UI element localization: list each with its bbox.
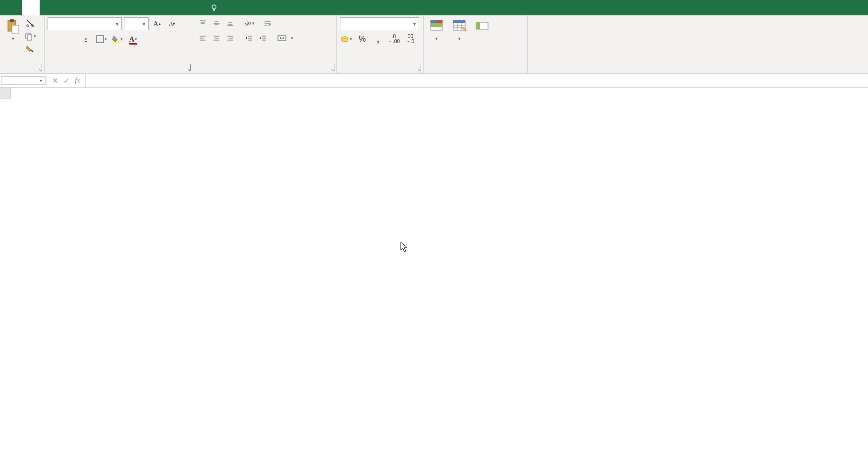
wrap-icon <box>264 19 272 27</box>
number-launcher[interactable] <box>414 64 421 71</box>
italic-button[interactable] <box>63 33 76 45</box>
copy-icon <box>24 32 33 41</box>
svg-rect-15 <box>431 20 436 23</box>
lightbulb-icon <box>210 4 218 12</box>
tab-powerpivot[interactable] <box>182 0 200 15</box>
font-size-select[interactable]: ▾ <box>124 17 149 30</box>
increase-font-button[interactable]: A▴ <box>151 18 163 30</box>
name-box[interactable]: ▾ <box>1 76 46 85</box>
underline-button[interactable]: ▾ <box>79 33 92 45</box>
percent-button[interactable]: % <box>356 33 369 45</box>
group-styles: ▾ ▾ <box>424 15 528 73</box>
tab-data[interactable] <box>93 0 111 15</box>
align-bot-icon <box>226 19 234 27</box>
conditional-format-button[interactable]: ▾ <box>427 17 446 42</box>
svg-rect-9 <box>112 42 120 43</box>
tab-review[interactable] <box>111 0 129 15</box>
bold-button[interactable] <box>48 33 60 45</box>
cond-format-icon <box>429 18 444 34</box>
fill-color-button[interactable]: ▾ <box>111 33 124 45</box>
svg-rect-3 <box>12 25 19 33</box>
comma-button[interactable]: , <box>372 33 384 45</box>
group-clipboard: ▾ ▾ <box>0 15 45 73</box>
merge-center-button[interactable]: ▾ <box>277 32 293 44</box>
svg-rect-2 <box>10 19 14 22</box>
cancel-formula-button[interactable]: ✕ <box>52 76 58 85</box>
tab-developer[interactable] <box>147 0 164 15</box>
tab-formulas[interactable] <box>75 0 93 15</box>
svg-point-13 <box>341 39 348 42</box>
decrease-indent-button[interactable] <box>243 32 256 44</box>
select-all-corner[interactable] <box>0 88 11 99</box>
brush-icon <box>26 45 35 53</box>
fill-icon <box>112 35 120 43</box>
cellstyle-icon <box>474 18 490 34</box>
font-color-button[interactable]: A▾ <box>127 33 140 45</box>
align-bottom-button[interactable] <box>224 17 237 29</box>
increase-indent-button[interactable] <box>257 32 270 44</box>
cut-button[interactable] <box>24 17 37 29</box>
borders-icon <box>96 35 104 43</box>
cell-styles-button[interactable] <box>472 17 492 36</box>
fx-button[interactable]: fx <box>75 76 80 85</box>
tab-file[interactable] <box>0 0 22 15</box>
alignment-launcher[interactable] <box>327 64 334 71</box>
group-alignment: ab▾ ▾ <box>193 15 337 73</box>
decrease-decimal-button[interactable]: .00→.0 <box>403 33 416 45</box>
phonetic-button[interactable] <box>143 33 156 45</box>
orientation-button[interactable]: ab▾ <box>243 17 256 29</box>
group-number: ▾ ▾ % , .0←.00 .00→.0 <box>337 15 424 73</box>
accept-formula-button[interactable]: ✓ <box>63 76 70 85</box>
table-icon <box>451 18 467 34</box>
decrease-font-button[interactable]: A▾ <box>165 18 178 30</box>
copy-button[interactable]: ▾ <box>24 30 37 42</box>
svg-rect-7 <box>27 35 32 40</box>
align-mid-icon <box>213 19 220 27</box>
align-middle-button[interactable] <box>210 17 223 29</box>
font-launcher[interactable] <box>184 64 191 71</box>
al-icon <box>199 34 207 42</box>
group-font: ▾ ▾ A▴ A▾ ▾ ▾ ▾ A▾ <box>45 15 193 73</box>
cut-icon <box>26 19 35 28</box>
ribbon: ▾ ▾ ▾ ▾ A▴ A▾ ▾ ▾ ▾ A▾ <box>0 15 868 74</box>
tab-view[interactable] <box>129 0 147 15</box>
paste-icon <box>5 18 21 34</box>
tab-help[interactable] <box>164 0 182 15</box>
align-center-button[interactable] <box>210 32 223 44</box>
svg-point-0 <box>212 5 216 9</box>
align-left-button[interactable] <box>196 32 209 44</box>
ribbon-tabs <box>0 0 868 15</box>
clipboard-launcher[interactable] <box>35 64 42 71</box>
svg-text:ab: ab <box>244 19 252 27</box>
ac-icon <box>213 34 220 42</box>
tab-home[interactable] <box>22 0 40 15</box>
accounting-button[interactable]: ▾ <box>340 33 353 45</box>
format-table-button[interactable]: ▾ <box>449 17 469 42</box>
ar-icon <box>226 34 234 42</box>
svg-rect-17 <box>431 23 442 27</box>
format-painter-button[interactable] <box>24 43 37 55</box>
svg-rect-16 <box>436 20 442 23</box>
wrap-text-button[interactable] <box>264 17 274 29</box>
align-right-button[interactable] <box>224 32 237 44</box>
orient-icon: ab <box>244 19 252 27</box>
increase-decimal-button[interactable]: .0←.00 <box>387 33 400 45</box>
formula-input[interactable] <box>86 74 868 87</box>
indent-icon <box>259 34 267 42</box>
outdent-icon <box>245 34 253 42</box>
formula-bar: ▾ ✕ ✓ fx <box>0 74 868 88</box>
tab-insert[interactable] <box>40 0 57 15</box>
spreadsheet[interactable] <box>0 88 868 99</box>
paste-button[interactable]: ▾ <box>3 17 23 42</box>
money-icon <box>340 35 349 43</box>
row-headers <box>0 88 11 99</box>
borders-button[interactable]: ▾ <box>95 33 108 45</box>
font-name-select[interactable]: ▾ <box>48 17 122 30</box>
align-top-button[interactable] <box>196 17 209 29</box>
align-top-icon <box>199 19 207 27</box>
svg-rect-21 <box>476 22 480 29</box>
tab-layout[interactable] <box>57 0 75 15</box>
number-format-select[interactable]: ▾ <box>340 17 419 30</box>
merge-icon <box>277 34 286 42</box>
tell-me[interactable] <box>210 0 222 15</box>
